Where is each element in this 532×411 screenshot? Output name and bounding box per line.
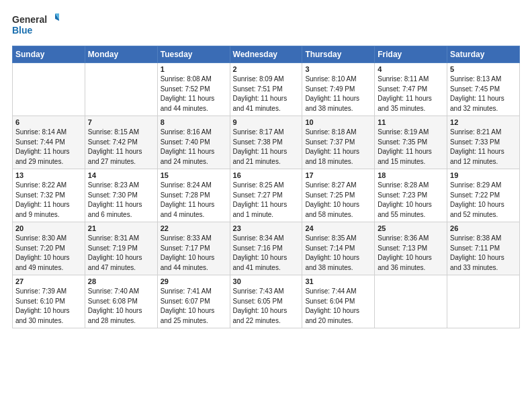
svg-text:General: General	[12, 14, 47, 25]
day-number: 21	[88, 224, 154, 232]
calendar-cell: 30Sunrise: 7:43 AMSunset: 6:05 PMDayligh…	[230, 275, 302, 328]
cell-content: Sunrise: 8:15 AMSunset: 7:42 PMDaylight:…	[88, 128, 154, 167]
day-number: 13	[15, 171, 82, 179]
calendar-cell: 23Sunrise: 8:34 AMSunset: 7:16 PMDayligh…	[230, 222, 302, 275]
calendar-cell: 2Sunrise: 8:09 AMSunset: 7:51 PMDaylight…	[230, 63, 302, 116]
day-number: 26	[450, 224, 517, 232]
logo-svg: General Blue	[12, 12, 59, 39]
calendar-cell: 17Sunrise: 8:27 AMSunset: 7:25 PMDayligh…	[302, 169, 375, 222]
day-number: 20	[15, 224, 82, 232]
calendar-cell: 8Sunrise: 8:16 AMSunset: 7:40 PMDaylight…	[157, 116, 230, 169]
day-number: 7	[88, 118, 154, 126]
calendar-cell: 3Sunrise: 8:10 AMSunset: 7:49 PMDaylight…	[302, 63, 375, 116]
calendar-cell: 16Sunrise: 8:25 AMSunset: 7:27 PMDayligh…	[230, 169, 302, 222]
cell-content: Sunrise: 7:39 AMSunset: 6:10 PMDaylight:…	[15, 287, 82, 326]
cell-content: Sunrise: 7:43 AMSunset: 6:05 PMDaylight:…	[233, 287, 300, 326]
calendar-cell: 26Sunrise: 8:38 AMSunset: 7:11 PMDayligh…	[447, 222, 520, 275]
day-number: 5	[450, 65, 517, 73]
cell-content: Sunrise: 8:18 AMSunset: 7:37 PMDaylight:…	[305, 128, 371, 167]
cell-content: Sunrise: 8:10 AMSunset: 7:49 PMDaylight:…	[305, 75, 371, 113]
cell-content: Sunrise: 8:19 AMSunset: 7:35 PMDaylight:…	[378, 128, 444, 167]
day-number: 31	[305, 277, 371, 285]
col-header-friday: Friday	[375, 46, 447, 63]
calendar-cell: 1Sunrise: 8:08 AMSunset: 7:52 PMDaylight…	[157, 63, 230, 116]
day-number: 17	[305, 171, 371, 179]
calendar-table: SundayMondayTuesdayWednesdayThursdayFrid…	[12, 46, 520, 328]
day-number: 3	[305, 65, 371, 73]
col-header-tuesday: Tuesday	[157, 46, 230, 63]
day-number: 1	[161, 65, 227, 73]
cell-content: Sunrise: 7:41 AMSunset: 6:07 PMDaylight:…	[161, 287, 227, 326]
calendar-cell	[447, 275, 520, 328]
page: General Blue SundayMondayTuesdayWednesda…	[0, 0, 532, 411]
day-number: 23	[233, 224, 300, 232]
calendar-cell: 14Sunrise: 8:23 AMSunset: 7:30 PMDayligh…	[85, 169, 157, 222]
calendar-cell: 4Sunrise: 8:11 AMSunset: 7:47 PMDaylight…	[375, 63, 447, 116]
calendar-cell: 15Sunrise: 8:24 AMSunset: 7:28 PMDayligh…	[157, 169, 230, 222]
cell-content: Sunrise: 8:14 AMSunset: 7:44 PMDaylight:…	[15, 128, 82, 167]
calendar-cell: 12Sunrise: 8:21 AMSunset: 7:33 PMDayligh…	[447, 116, 520, 169]
cell-content: Sunrise: 8:29 AMSunset: 7:22 PMDaylight:…	[450, 181, 517, 220]
day-number: 16	[233, 171, 300, 179]
calendar-cell: 9Sunrise: 8:17 AMSunset: 7:38 PMDaylight…	[230, 116, 302, 169]
col-header-sunday: Sunday	[13, 46, 85, 63]
calendar-cell: 22Sunrise: 8:33 AMSunset: 7:17 PMDayligh…	[157, 222, 230, 275]
cell-content: Sunrise: 8:38 AMSunset: 7:11 PMDaylight:…	[450, 234, 517, 273]
cell-content: Sunrise: 8:30 AMSunset: 7:20 PMDaylight:…	[15, 234, 82, 273]
week-row-1: 1Sunrise: 8:08 AMSunset: 7:52 PMDaylight…	[13, 63, 520, 116]
day-number: 12	[450, 118, 517, 126]
calendar-cell: 7Sunrise: 8:15 AMSunset: 7:42 PMDaylight…	[85, 116, 157, 169]
calendar-cell	[375, 275, 447, 328]
cell-content: Sunrise: 8:25 AMSunset: 7:27 PMDaylight:…	[233, 181, 300, 220]
week-row-3: 13Sunrise: 8:22 AMSunset: 7:32 PMDayligh…	[13, 169, 520, 222]
cell-content: Sunrise: 8:36 AMSunset: 7:13 PMDaylight:…	[378, 234, 444, 273]
day-number: 28	[88, 277, 154, 285]
cell-content: Sunrise: 7:40 AMSunset: 6:08 PMDaylight:…	[88, 287, 154, 326]
day-number: 2	[233, 65, 300, 73]
col-header-saturday: Saturday	[447, 46, 520, 63]
day-number: 8	[161, 118, 227, 126]
cell-content: Sunrise: 7:44 AMSunset: 6:04 PMDaylight:…	[305, 287, 371, 326]
day-number: 14	[88, 171, 154, 179]
calendar-cell: 29Sunrise: 7:41 AMSunset: 6:07 PMDayligh…	[157, 275, 230, 328]
day-number: 6	[15, 118, 82, 126]
week-row-4: 20Sunrise: 8:30 AMSunset: 7:20 PMDayligh…	[13, 222, 520, 275]
calendar-cell: 21Sunrise: 8:31 AMSunset: 7:19 PMDayligh…	[85, 222, 157, 275]
cell-content: Sunrise: 8:21 AMSunset: 7:33 PMDaylight:…	[450, 128, 517, 167]
day-number: 15	[161, 171, 227, 179]
cell-content: Sunrise: 8:23 AMSunset: 7:30 PMDaylight:…	[88, 181, 154, 220]
calendar-cell	[85, 63, 157, 116]
cell-content: Sunrise: 8:17 AMSunset: 7:38 PMDaylight:…	[233, 128, 300, 167]
calendar-cell: 18Sunrise: 8:28 AMSunset: 7:23 PMDayligh…	[375, 169, 447, 222]
col-header-thursday: Thursday	[302, 46, 375, 63]
cell-content: Sunrise: 8:35 AMSunset: 7:14 PMDaylight:…	[305, 234, 371, 273]
cell-content: Sunrise: 8:09 AMSunset: 7:51 PMDaylight:…	[233, 75, 300, 113]
cell-content: Sunrise: 8:13 AMSunset: 7:45 PMDaylight:…	[450, 75, 517, 113]
svg-text:Blue: Blue	[12, 25, 33, 36]
logo: General Blue	[12, 12, 59, 39]
header: General Blue	[12, 12, 520, 39]
day-number: 10	[305, 118, 371, 126]
day-number: 19	[450, 171, 517, 179]
week-row-2: 6Sunrise: 8:14 AMSunset: 7:44 PMDaylight…	[13, 116, 520, 169]
cell-content: Sunrise: 8:33 AMSunset: 7:17 PMDaylight:…	[161, 234, 227, 273]
calendar-cell: 5Sunrise: 8:13 AMSunset: 7:45 PMDaylight…	[447, 63, 520, 116]
day-number: 9	[233, 118, 300, 126]
calendar-cell: 11Sunrise: 8:19 AMSunset: 7:35 PMDayligh…	[375, 116, 447, 169]
col-header-wednesday: Wednesday	[230, 46, 302, 63]
cell-content: Sunrise: 8:28 AMSunset: 7:23 PMDaylight:…	[378, 181, 444, 220]
calendar-cell: 24Sunrise: 8:35 AMSunset: 7:14 PMDayligh…	[302, 222, 375, 275]
calendar-cell: 6Sunrise: 8:14 AMSunset: 7:44 PMDaylight…	[13, 116, 85, 169]
header-row: SundayMondayTuesdayWednesdayThursdayFrid…	[13, 46, 520, 63]
cell-content: Sunrise: 8:16 AMSunset: 7:40 PMDaylight:…	[161, 128, 227, 167]
week-row-5: 27Sunrise: 7:39 AMSunset: 6:10 PMDayligh…	[13, 275, 520, 328]
col-header-monday: Monday	[85, 46, 157, 63]
calendar-cell: 20Sunrise: 8:30 AMSunset: 7:20 PMDayligh…	[13, 222, 85, 275]
day-number: 18	[378, 171, 444, 179]
day-number: 25	[378, 224, 444, 232]
cell-content: Sunrise: 8:11 AMSunset: 7:47 PMDaylight:…	[378, 75, 444, 113]
calendar-cell: 25Sunrise: 8:36 AMSunset: 7:13 PMDayligh…	[375, 222, 447, 275]
calendar-cell: 27Sunrise: 7:39 AMSunset: 6:10 PMDayligh…	[13, 275, 85, 328]
calendar-cell: 13Sunrise: 8:22 AMSunset: 7:32 PMDayligh…	[13, 169, 85, 222]
cell-content: Sunrise: 8:22 AMSunset: 7:32 PMDaylight:…	[15, 181, 82, 220]
